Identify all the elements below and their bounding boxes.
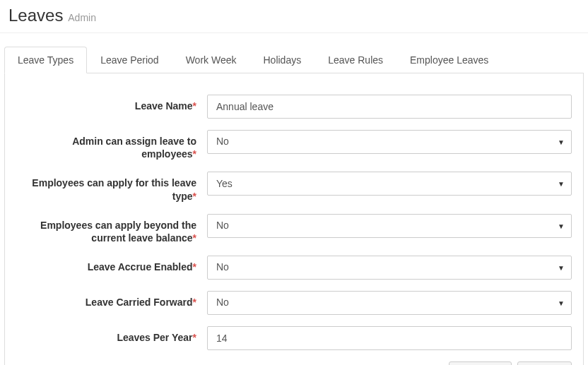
label-emp-beyond: Employees can apply beyond the current l… [16,214,207,244]
select-carried[interactable]: No [207,291,572,315]
input-per-year[interactable] [207,326,572,350]
tab-employee-leaves[interactable]: Employee Leaves [396,47,502,73]
row-per-year: Leaves Per Year* [16,326,572,350]
label-leave-name: Leave Name* [16,95,207,112]
save-button[interactable]: Save [517,361,572,365]
row-carried: Leave Carried Forward* No [16,291,572,315]
label-accrue: Leave Accrue Enabled* [16,256,207,273]
page-title: Leaves [8,6,63,25]
row-leave-name: Leave Name* [16,95,572,119]
tab-content: Leave Name* Admin can assign leave to em… [4,73,584,365]
row-emp-apply: Employees can apply for this leave type*… [16,172,572,202]
label-per-year: Leaves Per Year* [16,326,207,344]
tab-holidays[interactable]: Holidays [250,47,315,73]
input-leave-name[interactable] [207,95,572,119]
tabs: Leave Types Leave Period Work Week Holid… [4,46,584,73]
page-subtitle: Admin [68,12,96,23]
row-emp-beyond: Employees can apply beyond the current l… [16,214,572,244]
select-accrue[interactable]: No [207,256,572,280]
tab-container: Leave Types Leave Period Work Week Holid… [0,46,588,365]
page-header: Leaves Admin [0,0,588,33]
cancel-button[interactable]: Cancel [449,361,512,365]
select-emp-beyond[interactable]: No [207,214,572,238]
tab-work-week[interactable]: Work Week [172,47,250,73]
select-admin-assign[interactable]: No [207,130,572,154]
select-emp-apply[interactable]: Yes [207,172,572,196]
button-row: Cancel Save [16,361,572,365]
tab-leave-period[interactable]: Leave Period [87,47,172,73]
row-accrue: Leave Accrue Enabled* No [16,256,572,280]
label-emp-apply: Employees can apply for this leave type* [16,172,207,202]
tab-leave-rules[interactable]: Leave Rules [314,47,396,73]
label-admin-assign: Admin can assign leave to employees* [16,130,207,160]
row-admin-assign: Admin can assign leave to employees* No [16,130,572,160]
label-carried: Leave Carried Forward* [16,291,207,309]
tab-leave-types[interactable]: Leave Types [4,47,87,73]
